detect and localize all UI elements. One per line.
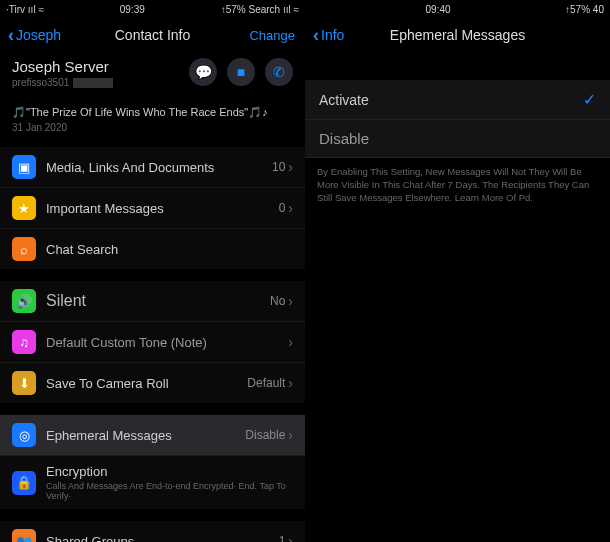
- speaker-icon: 🔊: [12, 289, 36, 313]
- media-row[interactable]: ▣ Media, Links And Documents 10›: [0, 147, 305, 188]
- back-button[interactable]: ‹ Joseph: [8, 25, 61, 46]
- video-call-button[interactable]: ■: [227, 58, 255, 86]
- nav-bar: ‹ Joseph Contact Info Change: [0, 18, 305, 52]
- back-label: Info: [321, 27, 344, 43]
- bio-date: 31 Jan 2020: [12, 122, 293, 133]
- redacted-number: [73, 78, 113, 88]
- status-time: 09:39: [120, 4, 145, 15]
- chevron-left-icon: ‹: [313, 25, 319, 46]
- bio-text: 🎵"The Prize Of Life Wins Who The Race En…: [12, 106, 293, 119]
- music-icon: ♫: [12, 330, 36, 354]
- camera-label: Save To Camera Roll: [46, 376, 237, 391]
- tone-label: Default Custom Tone (Note): [46, 335, 278, 350]
- status-battery: ↑57% Search ııl ≈: [221, 4, 299, 15]
- important-label: Important Messages: [46, 201, 269, 216]
- ephemeral-row[interactable]: ◎ Ephemeral Messages Disable›: [0, 415, 305, 456]
- activate-option[interactable]: Activate ✓: [305, 80, 610, 120]
- status-battery: ↑57% 40: [565, 4, 604, 15]
- status-time: 09:40: [426, 4, 451, 15]
- chevron-right-icon: ›: [288, 427, 293, 443]
- chevron-right-icon: ›: [288, 375, 293, 391]
- status-bar: 09:40 ↑57% 40: [305, 0, 610, 18]
- profile-header: Joseph Server prefisso3501 💬 ■ ✆: [0, 52, 305, 102]
- checkmark-icon: ✓: [583, 90, 596, 109]
- encryption-row[interactable]: 🔒 Encryption Calls And Messages Are End-…: [0, 456, 305, 509]
- phone-icon: ✆: [273, 64, 285, 80]
- lock-icon: 🔒: [12, 471, 36, 495]
- video-icon: ■: [237, 64, 245, 80]
- chevron-right-icon: ›: [288, 159, 293, 175]
- page-title: Ephemeral Messages: [305, 27, 610, 43]
- important-row[interactable]: ★ Important Messages 0›: [0, 188, 305, 229]
- silent-label: Silent: [46, 292, 260, 310]
- disable-label: Disable: [319, 130, 596, 147]
- message-button[interactable]: 💬: [189, 58, 217, 86]
- call-button[interactable]: ✆: [265, 58, 293, 86]
- silent-row[interactable]: 🔊 Silent No›: [0, 281, 305, 322]
- status-carrier: ·Tirv ııl ≈: [6, 4, 44, 15]
- speech-icon: 💬: [195, 64, 212, 80]
- camera-roll-row[interactable]: ⬇ Save To Camera Roll Default›: [0, 363, 305, 403]
- media-icon: ▣: [12, 155, 36, 179]
- group-icon: 👥: [12, 529, 36, 542]
- timer-icon: ◎: [12, 423, 36, 447]
- chevron-right-icon: ›: [288, 293, 293, 309]
- disable-option[interactable]: Disable: [305, 120, 610, 158]
- search-label: Chat Search: [46, 242, 293, 257]
- media-label: Media, Links And Documents: [46, 160, 262, 175]
- status-bar: ·Tirv ııl ≈ 09:39 ↑57% Search ııl ≈: [0, 0, 305, 18]
- chevron-right-icon: ›: [288, 200, 293, 216]
- setting-hint: By Enabling This Setting, New Messages W…: [305, 158, 610, 212]
- back-label: Joseph: [16, 27, 61, 43]
- tone-row[interactable]: ♫ Default Custom Tone (Note) ›: [0, 322, 305, 363]
- ephemeral-label: Ephemeral Messages: [46, 428, 235, 443]
- download-icon: ⬇: [12, 371, 36, 395]
- encryption-sub: Calls And Messages Are End-to-end Encryp…: [46, 481, 293, 501]
- back-button[interactable]: ‹ Info: [313, 25, 344, 46]
- search-row[interactable]: ⌕ Chat Search: [0, 229, 305, 269]
- encryption-label: Encryption: [46, 464, 293, 479]
- chevron-right-icon: ›: [288, 533, 293, 542]
- shared-groups-row[interactable]: 👥 Shared Groups 1›: [0, 521, 305, 542]
- chevron-right-icon: ›: [288, 334, 293, 350]
- star-icon: ★: [12, 196, 36, 220]
- change-button[interactable]: Change: [249, 28, 295, 43]
- search-icon: ⌕: [12, 237, 36, 261]
- activate-label: Activate: [319, 92, 583, 108]
- nav-bar: ‹ Info Ephemeral Messages: [305, 18, 610, 52]
- bio-block: 🎵"The Prize Of Life Wins Who The Race En…: [0, 102, 305, 147]
- groups-label: Shared Groups: [46, 534, 269, 543]
- chevron-left-icon: ‹: [8, 25, 14, 46]
